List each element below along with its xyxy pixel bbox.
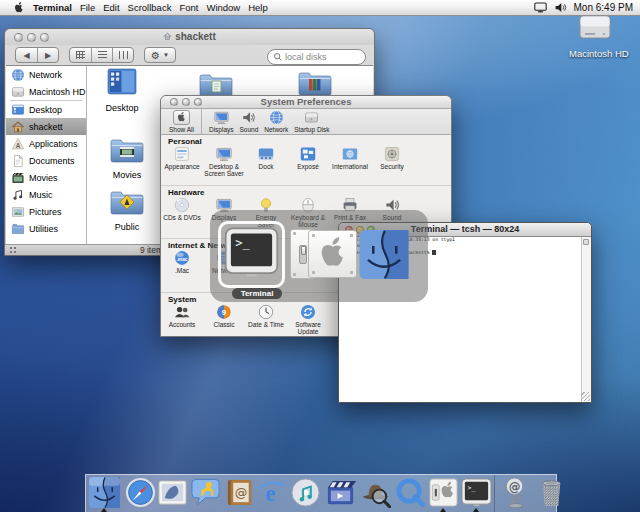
file-icon-desktop[interactable]: Desktop xyxy=(90,68,154,113)
dock-separator xyxy=(494,475,495,512)
desktop-icon-macintosh-hd[interactable]: Macintosh HD xyxy=(575,14,615,59)
menu-edit[interactable]: Edit xyxy=(103,2,119,13)
prefs-toolbar-network[interactable]: Network xyxy=(261,109,291,134)
sysprefs-titlebar[interactable]: System Preferences xyxy=(161,96,451,109)
gear-icon: ⚙ xyxy=(151,50,160,61)
pref-software-update[interactable]: Software Update xyxy=(287,304,329,335)
pref-cds-dvds[interactable]: CDs & DVDs xyxy=(161,197,203,228)
menu-scrollback[interactable]: Scrollback xyxy=(128,2,172,13)
minimize-button[interactable] xyxy=(27,33,36,42)
dock-item-internet-explorer[interactable]: e xyxy=(256,477,287,508)
pref-dock[interactable]: Dock xyxy=(245,146,287,177)
terminal-app-icon[interactable]: >_ xyxy=(223,225,280,280)
pref-item-label: Exposé xyxy=(297,163,319,170)
menu-file[interactable]: File xyxy=(80,2,95,13)
pref-classic[interactable]: 9Classic xyxy=(203,304,245,335)
movies-icon xyxy=(11,171,25,185)
pref-security[interactable]: Security xyxy=(371,146,413,177)
sidebar-item-label: Movies xyxy=(29,173,58,183)
volume-icon[interactable] xyxy=(554,2,567,13)
sidebar-item-shackett[interactable]: shackett xyxy=(6,118,86,135)
column-view-button[interactable] xyxy=(112,48,133,62)
pref-international[interactable]: International xyxy=(329,146,371,177)
search-input[interactable]: local disks xyxy=(267,49,366,65)
prefs-section-label: Personal xyxy=(161,135,451,145)
dock: @e>_@ xyxy=(85,474,557,512)
minimize-button[interactable] xyxy=(182,98,190,106)
prefs-toolbar-label: Displays xyxy=(209,126,234,133)
pref-item-label: Security xyxy=(380,163,403,170)
prefs-toolbar-sound[interactable]: Sound xyxy=(237,109,262,134)
pref-accounts[interactable]: Accounts xyxy=(161,304,203,335)
finder-app-icon[interactable] xyxy=(359,230,409,279)
dock-item-ichat[interactable] xyxy=(190,477,221,508)
sidebar-item-music[interactable]: Music xyxy=(6,186,86,203)
dock-item-quicktime[interactable] xyxy=(395,477,426,508)
file-icon-public[interactable]: Public xyxy=(95,187,159,232)
dock-item-address-book[interactable]: @ xyxy=(224,477,255,508)
sidebar-item-network[interactable]: Network xyxy=(6,66,86,83)
sidebar-item-desktop[interactable]: Desktop xyxy=(6,101,86,118)
system-preferences-app-icon[interactable] xyxy=(290,227,360,283)
sidebar-item-macintosh-hd[interactable]: Macintosh HD xyxy=(6,83,86,100)
dock-item-safari[interactable] xyxy=(125,477,156,508)
icon-view-button[interactable] xyxy=(70,48,91,62)
pref-item-label: Desktop & Screen Saver xyxy=(204,163,243,177)
dock-item-at-spring[interactable]: @ xyxy=(501,477,532,508)
prefs-toolbar-startup-disk[interactable]: Startup Disk xyxy=(291,109,332,134)
back-forward-control[interactable]: ◀▶ xyxy=(15,47,59,63)
sidebar-resize-handle[interactable] xyxy=(9,246,17,253)
dock-item-mail[interactable] xyxy=(157,477,188,508)
file-icon-movies[interactable]: Movies xyxy=(95,135,159,180)
menu-font[interactable]: Font xyxy=(179,2,198,13)
back-button[interactable]: ◀ xyxy=(16,48,37,62)
menu-window[interactable]: Window xyxy=(206,2,240,13)
app-switcher-label: Terminal xyxy=(232,288,282,299)
dock-item-trash[interactable] xyxy=(536,477,567,508)
finder-toolbar: ◀▶ ⚙ ▼ local disks xyxy=(5,45,374,65)
sidebar-item-label: Applications xyxy=(29,139,78,149)
software-update-icon xyxy=(300,304,316,320)
resize-grip[interactable] xyxy=(581,392,590,401)
pref-dot-mac[interactable]: .mac.Mac xyxy=(161,250,203,274)
sidebar-item-documents[interactable]: Documents xyxy=(6,152,86,169)
close-button[interactable] xyxy=(170,98,178,106)
dock-item-finder[interactable] xyxy=(89,477,120,508)
sidebar-item-label: Documents xyxy=(29,156,75,166)
pref-desktop-screensaver[interactable]: Desktop & Screen Saver xyxy=(203,146,245,177)
display-icon[interactable] xyxy=(534,2,547,13)
menu-terminal[interactable]: Terminal xyxy=(33,2,72,13)
dock-item-itunes[interactable] xyxy=(290,477,321,508)
dock-item-imovie[interactable] xyxy=(325,477,356,508)
show-all-button[interactable]: Show All xyxy=(166,109,202,134)
apple-menu-icon[interactable] xyxy=(14,2,24,14)
view-control[interactable] xyxy=(69,47,134,63)
svg-text:.mac: .mac xyxy=(177,257,188,262)
dock-item-sherlock[interactable] xyxy=(360,477,391,508)
pref-date-time[interactable]: Date & Time xyxy=(245,304,287,335)
pref-expose[interactable]: Exposé xyxy=(287,146,329,177)
zoom-button[interactable] xyxy=(40,33,49,42)
dock-item-terminal[interactable]: >_ xyxy=(461,477,492,508)
close-button[interactable] xyxy=(14,33,23,42)
zoom-button[interactable] xyxy=(194,98,202,106)
sidebar-item-pictures[interactable]: Pictures xyxy=(6,203,86,220)
terminal-scrollbar[interactable] xyxy=(581,237,591,402)
desktop-icon-label: Macintosh HD xyxy=(569,48,615,59)
prefs-toolbar-displays[interactable]: Displays xyxy=(206,109,237,134)
running-indicator xyxy=(101,508,107,512)
finder-titlebar[interactable]: shackett xyxy=(5,29,374,45)
sidebar-item-utilities[interactable]: Utilities xyxy=(6,220,86,237)
prefs-section-label: Hardware xyxy=(161,186,451,196)
forward-button[interactable]: ▶ xyxy=(37,48,58,62)
menu-help[interactable]: Help xyxy=(248,2,268,13)
prefs-toolbar-label: Sound xyxy=(240,126,259,133)
sidebar-item-applications[interactable]: AApplications xyxy=(6,135,86,152)
sidebar-item-movies[interactable]: Movies xyxy=(6,169,86,186)
action-menu-button[interactable]: ⚙ ▼ xyxy=(144,47,176,63)
prefs-section-personal: PersonalAppearanceDesktop & Screen Saver… xyxy=(161,135,451,186)
dock-item-system-prefs[interactable] xyxy=(428,477,459,508)
pref-appearance[interactable]: Appearance xyxy=(161,146,203,177)
menu-bar-clock[interactable]: Mon 6:49 PM xyxy=(574,2,635,13)
list-view-button[interactable] xyxy=(91,48,112,62)
